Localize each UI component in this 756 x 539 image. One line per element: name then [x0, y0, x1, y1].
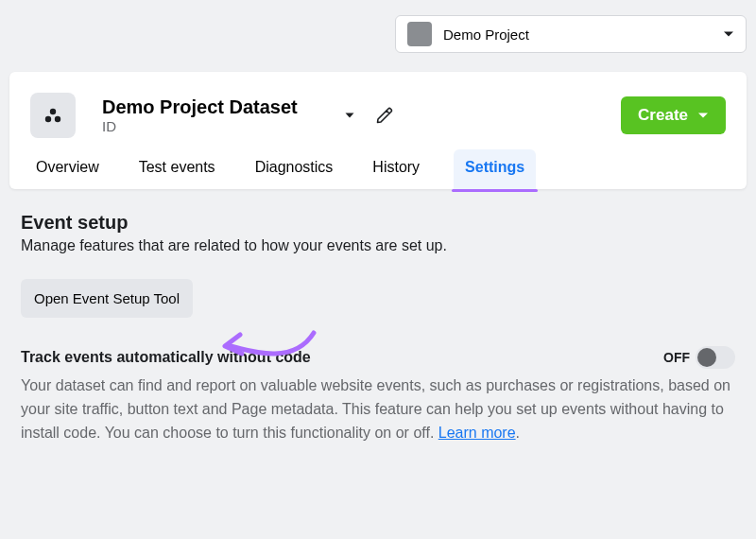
dataset-card: Demo Project Dataset ID Create Overview … [9, 72, 747, 189]
toggle-state-label: OFF [663, 350, 690, 365]
create-button[interactable]: Create [621, 96, 726, 134]
card-header: Demo Project Dataset ID Create [9, 72, 747, 149]
dataset-dropdown-icon[interactable] [345, 111, 354, 120]
dataset-icon-container [30, 93, 76, 138]
dataset-title: Demo Project Dataset [102, 96, 298, 118]
project-selector[interactable]: Demo Project [395, 15, 747, 53]
track-events-row: Track events automatically without code … [21, 346, 735, 369]
track-events-description: Your dataset can find and report on valu… [21, 374, 735, 444]
svg-point-2 [55, 116, 60, 122]
event-setup-title: Event setup [21, 212, 735, 234]
header-actions [345, 106, 394, 125]
toggle-knob [697, 348, 716, 367]
content: Event setup Manage features that are rel… [0, 189, 756, 444]
track-events-body-text: Your dataset can find and report on valu… [21, 377, 730, 441]
dataset-titles: Demo Project Dataset ID [102, 96, 298, 134]
learn-more-link[interactable]: Learn more [438, 425, 516, 441]
tab-settings[interactable]: Settings [454, 149, 536, 189]
tab-diagnostics[interactable]: Diagnostics [249, 149, 339, 189]
svg-point-0 [50, 109, 56, 114]
open-event-setup-tool-button[interactable]: Open Event Setup Tool [21, 279, 193, 318]
edit-icon[interactable] [375, 106, 394, 125]
period: . [516, 425, 520, 441]
tab-test-events[interactable]: Test events [133, 149, 221, 189]
dataset-icon [43, 105, 63, 126]
event-setup-description: Manage features that are related to how … [21, 237, 735, 254]
track-events-toggle[interactable] [696, 346, 735, 369]
dataset-subtitle: ID [102, 118, 298, 134]
tab-history[interactable]: History [367, 149, 425, 189]
chevron-down-icon [723, 28, 734, 40]
chevron-down-icon [697, 110, 709, 121]
track-events-title: Track events automatically without code [21, 349, 663, 366]
create-button-label: Create [638, 106, 688, 125]
tab-overview[interactable]: Overview [30, 149, 105, 189]
project-selector-label: Demo Project [443, 26, 723, 43]
svg-point-1 [45, 116, 51, 122]
project-color-swatch [407, 22, 432, 46]
tabs: Overview Test events Diagnostics History… [9, 149, 747, 189]
